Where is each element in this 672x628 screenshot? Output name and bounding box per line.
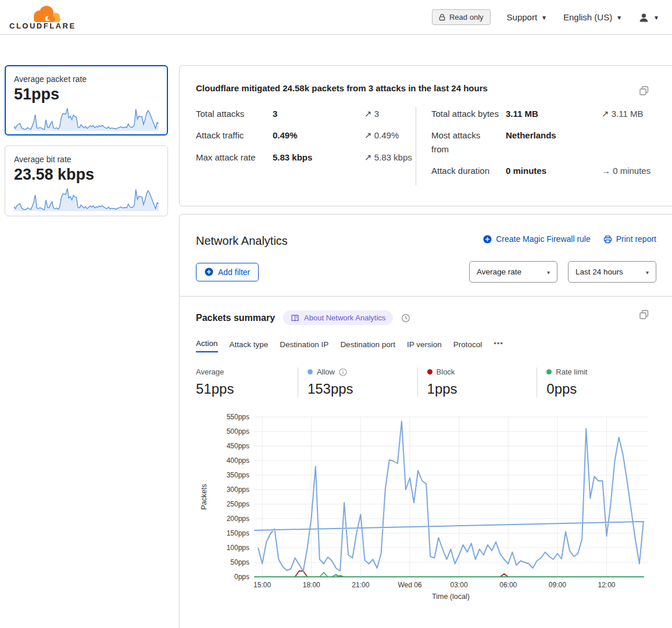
packets-summary-title: Packets summary bbox=[196, 313, 275, 323]
tab-attack-type[interactable]: Attack type bbox=[230, 340, 269, 352]
info-icon[interactable] bbox=[339, 368, 347, 376]
chevron-down-icon: ▼ bbox=[541, 15, 547, 21]
packet-stat-label-row: Rate limit bbox=[546, 367, 656, 376]
bit-rate-sparkline bbox=[14, 185, 159, 212]
stat-row: Attack duration0 minutes→ 0 minutes bbox=[431, 164, 656, 177]
stat-value: 0 minutes bbox=[506, 164, 596, 177]
svg-text:200pps: 200pps bbox=[227, 515, 249, 523]
svg-text:100pps: 100pps bbox=[227, 544, 249, 552]
print-report-link[interactable]: Print report bbox=[603, 234, 656, 244]
packet-stats-row: Average51ppsAllow153ppsBlock1ppsRate lim… bbox=[196, 367, 656, 397]
series-color-dot bbox=[546, 369, 552, 374]
stat-trend: ↗ 3.11 MB bbox=[602, 107, 656, 120]
create-magic-firewall-rule-link[interactable]: Create Magic Firewall rule bbox=[483, 234, 591, 244]
stat-value: 3 bbox=[273, 107, 359, 120]
svg-text:450pps: 450pps bbox=[227, 442, 249, 450]
svg-text:Wed 06: Wed 06 bbox=[398, 581, 421, 589]
book-icon bbox=[291, 314, 299, 322]
language-label: English (US) bbox=[563, 12, 612, 22]
svg-text:250pps: 250pps bbox=[227, 500, 249, 508]
tab-destination-ip[interactable]: Destination IP bbox=[280, 340, 328, 352]
language-menu[interactable]: English (US) ▼ bbox=[563, 12, 622, 22]
add-filter-label: Add filter bbox=[218, 267, 250, 277]
packet-stat-value: 1pps bbox=[427, 381, 537, 397]
dimension-tabs: ActionAttack typeDestination IPDestinati… bbox=[196, 339, 656, 352]
tab-ip-version[interactable]: IP version bbox=[407, 340, 442, 352]
duplicate-card-button[interactable] bbox=[639, 85, 649, 96]
about-network-analytics-badge[interactable]: About Network Analytics bbox=[283, 311, 393, 325]
print-report-label: Print report bbox=[616, 234, 656, 244]
add-filter-button[interactable]: Add filter bbox=[196, 263, 259, 281]
svg-text:09:00: 09:00 bbox=[549, 581, 566, 589]
svg-text:21:00: 21:00 bbox=[352, 581, 369, 589]
stat-row: Max attack rate5.83 kbps↗ 5.83 kbps bbox=[196, 151, 416, 164]
metric-select[interactable]: Average rate ▾ bbox=[469, 261, 557, 283]
metric-value: 23.58 kbps bbox=[14, 166, 159, 184]
stat-label: Attack traffic bbox=[196, 129, 267, 142]
network-analytics-title: Network Analytics bbox=[196, 234, 288, 248]
support-menu[interactable]: Support ▼ bbox=[507, 12, 547, 22]
packet-stat-label-row: Average bbox=[196, 367, 298, 376]
cloudflare-logo[interactable]: CLOUDFLARE bbox=[9, 5, 76, 30]
packet-stat-allow: Allow153pps bbox=[298, 367, 417, 397]
tab-destination-port[interactable]: Destination port bbox=[340, 340, 395, 352]
packet-stat-value: 0pps bbox=[546, 381, 656, 397]
attack-summary-card: Cloudflare mitigated 24.58k packets from… bbox=[179, 65, 672, 206]
svg-text:550pps: 550pps bbox=[227, 413, 249, 421]
cloudflare-wordmark: CLOUDFLARE bbox=[9, 22, 76, 30]
attack-summary-title: Cloudflare mitigated 24.58k packets from… bbox=[196, 83, 656, 93]
stat-row: Most attacks fromNetherlands bbox=[431, 129, 656, 156]
duplicate-icon bbox=[639, 309, 649, 320]
stat-value: 5.83 kbps bbox=[273, 151, 359, 164]
packets-chart: 0pps50pps100pps150pps200pps250pps300pps3… bbox=[197, 411, 656, 603]
stat-row: Attack traffic0.49%↗ 0.49% bbox=[196, 129, 416, 142]
chevron-down-icon: ▾ bbox=[547, 269, 550, 276]
stat-trend: ↗ 5.83 kbps bbox=[364, 151, 416, 164]
tab-action[interactable]: Action bbox=[196, 339, 218, 352]
tab-protocol[interactable]: Protocol bbox=[453, 340, 482, 352]
packet-stat-average: Average51pps bbox=[196, 367, 298, 397]
chevron-down-icon: ▼ bbox=[653, 15, 659, 21]
svg-text:50pps: 50pps bbox=[230, 558, 249, 566]
svg-text:15:00: 15:00 bbox=[253, 581, 271, 589]
duplicate-chart-button[interactable] bbox=[639, 309, 649, 320]
svg-text:500pps: 500pps bbox=[227, 427, 249, 436]
summary-stats-left: Total attacks3↗ 3Attack traffic0.49%↗ 0.… bbox=[196, 107, 416, 185]
metric-select-value: Average rate bbox=[477, 267, 521, 276]
network-analytics-card: Network Analytics Create Magic Firewall … bbox=[179, 214, 672, 628]
packet-stat-block: Block1pps bbox=[417, 367, 537, 397]
time-range-select[interactable]: Last 24 hours ▾ bbox=[568, 261, 656, 283]
stat-trend: → 0 minutes bbox=[602, 164, 656, 177]
stat-label: Attack duration bbox=[431, 164, 500, 177]
metric-label: Average bit rate bbox=[14, 155, 159, 164]
summary-stats-right: Total attack bytes3.11 MB↗ 3.11 MBMost a… bbox=[416, 107, 656, 185]
svg-text:12:00: 12:00 bbox=[598, 581, 615, 589]
metric-value: 51pps bbox=[14, 85, 159, 104]
metric-card-packet-rate[interactable]: Average packet rate 51pps bbox=[5, 65, 168, 135]
svg-text:Time (local): Time (local) bbox=[432, 593, 470, 601]
printer-icon bbox=[603, 235, 612, 244]
stat-row: Total attacks3↗ 3 bbox=[196, 107, 416, 120]
packet-stat-label: Block bbox=[437, 367, 455, 376]
packet-stat-value: 51pps bbox=[196, 381, 298, 397]
create-rule-label: Create Magic Firewall rule bbox=[496, 234, 591, 244]
time-range-value: Last 24 hours bbox=[576, 267, 623, 276]
svg-text:300pps: 300pps bbox=[227, 486, 249, 494]
series-color-dot bbox=[427, 369, 432, 374]
account-menu[interactable]: ▼ bbox=[638, 12, 659, 23]
svg-text:Packets: Packets bbox=[200, 484, 208, 509]
series-color-dot bbox=[308, 369, 313, 374]
stat-label: Most attacks from bbox=[431, 129, 500, 156]
user-icon bbox=[638, 12, 649, 23]
metric-card-bit-rate[interactable]: Average bit rate 23.58 kbps bbox=[5, 145, 168, 216]
packet-stat-label: Rate limit bbox=[556, 367, 587, 376]
chevron-down-icon: ▼ bbox=[616, 15, 622, 21]
duplicate-icon bbox=[639, 85, 649, 96]
svg-text:03:00: 03:00 bbox=[451, 581, 468, 589]
stat-label: Total attack bytes bbox=[431, 107, 500, 120]
svg-text:350pps: 350pps bbox=[227, 471, 249, 479]
plus-circle-icon bbox=[483, 235, 492, 244]
tabs-more-button[interactable]: ••• bbox=[494, 339, 503, 352]
stat-label: Total attacks bbox=[196, 107, 267, 120]
stat-trend: ↗ 3 bbox=[364, 107, 416, 120]
